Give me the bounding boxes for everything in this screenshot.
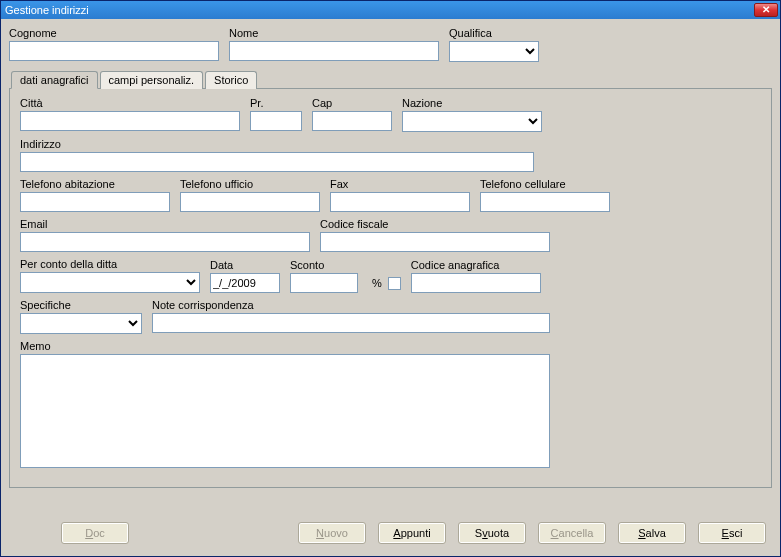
fax-label: Fax bbox=[330, 178, 470, 190]
close-button[interactable]: ✕ bbox=[754, 3, 778, 17]
main-window: Gestione indirizzi ✕ Cognome Nome Qualif… bbox=[0, 0, 781, 557]
appunti-button[interactable]: Appunti bbox=[378, 522, 446, 544]
titlebar: Gestione indirizzi ✕ bbox=[1, 1, 780, 19]
tab-storico[interactable]: Storico bbox=[205, 71, 257, 89]
codice-fiscale-input[interactable] bbox=[320, 232, 550, 252]
pr-input[interactable] bbox=[250, 111, 302, 131]
tel-cellulare-input[interactable] bbox=[480, 192, 610, 212]
esci-button[interactable]: Esci bbox=[698, 522, 766, 544]
tel-ufficio-input[interactable] bbox=[180, 192, 320, 212]
codice-anagrafica-label: Codice anagrafica bbox=[411, 259, 541, 271]
indirizzo-input[interactable] bbox=[20, 152, 534, 172]
email-label: Email bbox=[20, 218, 310, 230]
ditta-label: Per conto della ditta bbox=[20, 258, 200, 270]
codice-fiscale-label: Codice fiscale bbox=[320, 218, 550, 230]
client-area: Cognome Nome Qualifica dati anagrafici c… bbox=[1, 19, 780, 516]
citta-label: Città bbox=[20, 97, 240, 109]
nuovo-button[interactable]: Nuovo bbox=[298, 522, 366, 544]
specifiche-select[interactable] bbox=[20, 313, 142, 334]
tel-ufficio-label: Telefono ufficio bbox=[180, 178, 320, 190]
tab-campi-personaliz[interactable]: campi personaliz. bbox=[100, 71, 204, 89]
pr-label: Pr. bbox=[250, 97, 302, 109]
indirizzo-label: Indirizzo bbox=[20, 138, 534, 150]
cognome-input[interactable] bbox=[9, 41, 219, 61]
qualifica-label: Qualifica bbox=[449, 27, 539, 39]
cognome-label: Cognome bbox=[9, 27, 219, 39]
tel-abitazione-input[interactable] bbox=[20, 192, 170, 212]
footer-buttons: Doc Nuovo Appunti Svuota Cancella Salva … bbox=[1, 516, 780, 556]
data-label: Data bbox=[210, 259, 280, 271]
ditta-select[interactable] bbox=[20, 272, 200, 293]
nazione-label: Nazione bbox=[402, 97, 542, 109]
sconto-checkbox[interactable] bbox=[388, 277, 401, 290]
doc-button[interactable]: Doc bbox=[61, 522, 129, 544]
nome-label: Nome bbox=[229, 27, 439, 39]
sconto-input[interactable] bbox=[290, 273, 358, 293]
tel-cellulare-label: Telefono cellulare bbox=[480, 178, 610, 190]
sconto-label: Sconto bbox=[290, 259, 358, 271]
tel-abitazione-label: Telefono abitazione bbox=[20, 178, 170, 190]
data-input[interactable] bbox=[210, 273, 280, 293]
window-title: Gestione indirizzi bbox=[5, 4, 754, 16]
tab-panel-dati: Città Pr. Cap Nazione bbox=[9, 88, 772, 488]
memo-label: Memo bbox=[20, 340, 550, 352]
codice-anagrafica-input[interactable] bbox=[411, 273, 541, 293]
sconto-percent-label: % bbox=[372, 277, 382, 289]
memo-textarea[interactable] bbox=[20, 354, 550, 468]
note-corrispondenza-input[interactable] bbox=[152, 313, 550, 333]
note-corrispondenza-label: Note corrispondenza bbox=[152, 299, 550, 311]
citta-input[interactable] bbox=[20, 111, 240, 131]
nome-input[interactable] bbox=[229, 41, 439, 61]
tab-dati-anagrafici[interactable]: dati anagrafici bbox=[11, 71, 98, 89]
cap-label: Cap bbox=[312, 97, 392, 109]
cancella-button[interactable]: Cancella bbox=[538, 522, 606, 544]
nazione-select[interactable] bbox=[402, 111, 542, 132]
svuota-button[interactable]: Svuota bbox=[458, 522, 526, 544]
cap-input[interactable] bbox=[312, 111, 392, 131]
email-input[interactable] bbox=[20, 232, 310, 252]
qualifica-select[interactable] bbox=[449, 41, 539, 62]
specifiche-label: Specifiche bbox=[20, 299, 142, 311]
salva-button[interactable]: Salva bbox=[618, 522, 686, 544]
fax-input[interactable] bbox=[330, 192, 470, 212]
